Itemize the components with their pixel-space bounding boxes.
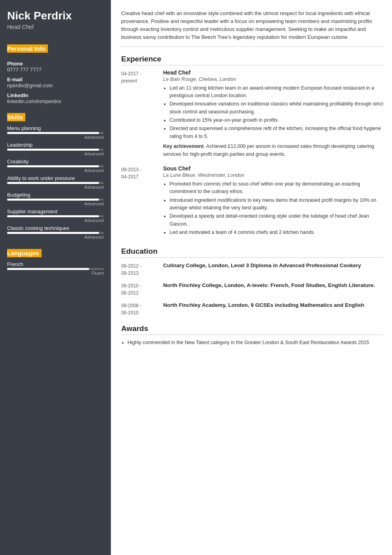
- exp-bullet: Led an 11 strong kitchen team in an awar…: [169, 84, 383, 100]
- candidate-title: Head Chef: [7, 24, 104, 30]
- skill-item: Ability to work under pressure Advanced: [7, 175, 104, 189]
- skill-level: Advanced: [7, 185, 104, 189]
- candidate-name: Nick Perdrix: [7, 10, 104, 22]
- edu-degree: North Finchley College, London, A-levels…: [163, 281, 383, 289]
- skill-name: Classic cooking techniques: [7, 225, 104, 231]
- edu-date: 08-2012 -08-2013: [121, 262, 157, 277]
- exp-date: 09-2013 -04-2017: [121, 165, 157, 239]
- skill-bar-fill: [7, 215, 99, 217]
- sidebar: Nick Perdrix Head Chef Personal Info Pho…: [0, 0, 111, 555]
- experience-section: Experience 04-2017 -present Head Chef Le…: [121, 55, 383, 239]
- skill-bar-fill: [7, 182, 99, 184]
- skill-level: Advanced: [7, 235, 104, 239]
- skill-bar-bg: [7, 132, 104, 134]
- skill-bar-fill: [7, 232, 99, 234]
- exp-company: La Lune Bleue, Westminster, London: [163, 172, 383, 178]
- award-item: Highly commended in the New Talent categ…: [127, 339, 383, 346]
- exp-date: 04-2017 -present: [121, 69, 157, 158]
- skill-level: Advanced: [7, 168, 104, 173]
- awards-section: Awards Highly commended in the New Talen…: [121, 324, 383, 346]
- experience-list: 04-2017 -present Head Chef Le Bain Rouge…: [121, 69, 383, 239]
- edu-date: 09-2008 -06-2010: [121, 301, 157, 316]
- experience-heading: Experience: [121, 55, 383, 65]
- skill-name: Supplier management: [7, 209, 104, 214]
- personal-info-block: Phone 0777 777 7777 E-mail nperdix@gmail…: [7, 61, 104, 104]
- education-item: 09-2010 -06-2012 North Finchley College,…: [121, 281, 383, 297]
- exp-bullet: Promoted from commis chef to sous chef w…: [169, 180, 383, 196]
- skill-item: Creativity Advanced: [7, 159, 104, 173]
- experience-item: 09-2013 -04-2017 Sous Chef La Lune Bleue…: [121, 165, 383, 239]
- skills-list: Menu planning Advanced Leadership Advanc…: [7, 125, 104, 239]
- language-item: French Fluent: [7, 261, 104, 276]
- exp-bullet: Contributed to 15% year-on-year growth i…: [169, 117, 383, 124]
- skill-name: Budgeting: [7, 192, 104, 198]
- exp-bullet: Led and motivated a team of 4 commis che…: [169, 229, 383, 236]
- skill-bar-fill: [7, 199, 99, 201]
- education-item: 08-2012 -08-2013 Culinary College, Londo…: [121, 262, 383, 277]
- awards-list: Highly commended in the New Talent categ…: [121, 339, 383, 346]
- edu-degree: North Finchley Academy, London, 9 GCSEs …: [163, 301, 383, 309]
- skill-item: Budgeting Advanced: [7, 192, 104, 206]
- skill-bar-fill: [7, 165, 99, 167]
- edu-content: Culinary College, London, Level 3 Diplom…: [163, 262, 383, 277]
- exp-company: Le Bain Rouge, Chelsea, London: [163, 77, 383, 82]
- skill-item: Classic cooking techniques Advanced: [7, 225, 104, 239]
- skill-bar-bg: [7, 199, 104, 201]
- main-content: Creative head chef with an innovative st…: [111, 0, 392, 555]
- summary: Creative head chef with an innovative st…: [121, 10, 383, 47]
- skill-level: Advanced: [7, 201, 104, 206]
- education-heading: Education: [121, 247, 383, 258]
- languages-list: French Fluent: [7, 261, 104, 276]
- linkedin-label: LinkedIn: [7, 92, 104, 98]
- exp-role: Sous Chef: [163, 165, 383, 172]
- personal-info-heading: Personal Info: [7, 44, 48, 53]
- skill-bar-bg: [7, 232, 104, 234]
- experience-item: 04-2017 -present Head Chef Le Bain Rouge…: [121, 69, 383, 158]
- exp-bullet: Developed a speedy and detail-oriented c…: [169, 212, 383, 228]
- exp-role: Head Chef: [163, 69, 383, 76]
- edu-degree: Culinary College, London, Level 3 Diplom…: [163, 262, 383, 270]
- lang-name: French: [7, 261, 104, 267]
- skill-level: Advanced: [7, 135, 104, 140]
- edu-content: North Finchley College, London, A-levels…: [163, 281, 383, 297]
- email-label: E-mail: [7, 77, 104, 82]
- edu-date: 09-2010 -06-2012: [121, 281, 157, 297]
- education-list: 08-2012 -08-2013 Culinary College, Londo…: [121, 262, 383, 316]
- exp-bullet: Introduced ingredient modifications to k…: [169, 197, 383, 212]
- skill-bar-bg: [7, 182, 104, 184]
- skill-name: Creativity: [7, 159, 104, 165]
- skill-item: Leadership Advanced: [7, 142, 104, 156]
- phone-value: 0777 777 7777: [7, 67, 104, 73]
- lang-bar-fill: [7, 268, 89, 270]
- exp-bullets: Promoted from commis chef to sous chef w…: [163, 180, 383, 237]
- exp-bullet: Directed and supervised a comprehensive …: [169, 125, 383, 140]
- key-achievement: Key achievement. Achieved £12,000 per an…: [163, 143, 383, 158]
- exp-bullet: Developed innovative variations on tradi…: [169, 100, 383, 116]
- skill-item: Menu planning Advanced: [7, 125, 104, 140]
- education-section: Education 08-2012 -08-2013 Culinary Coll…: [121, 247, 383, 316]
- exp-content: Head Chef Le Bain Rouge, Chelsea, London…: [163, 69, 383, 158]
- education-item: 09-2008 -06-2010 North Finchley Academy,…: [121, 301, 383, 316]
- lang-bar-bg: [7, 268, 104, 270]
- skill-bar-fill: [7, 132, 99, 134]
- skill-level: Advanced: [7, 151, 104, 156]
- edu-content: North Finchley Academy, London, 9 GCSEs …: [163, 301, 383, 316]
- skill-bar-bg: [7, 149, 104, 151]
- skill-level: Advanced: [7, 218, 104, 223]
- skill-bar-bg: [7, 165, 104, 167]
- skill-bar-fill: [7, 149, 99, 151]
- skill-name: Leadership: [7, 142, 104, 148]
- skills-heading: Skills: [7, 113, 25, 121]
- awards-heading: Awards: [121, 324, 383, 335]
- exp-content: Sous Chef La Lune Bleue, Westminster, Lo…: [163, 165, 383, 239]
- skill-item: Supplier management Advanced: [7, 209, 104, 223]
- phone-label: Phone: [7, 61, 104, 67]
- skill-name: Ability to work under pressure: [7, 175, 104, 181]
- linkedin-value: linkedin.com/in/nperdrix: [7, 98, 104, 104]
- languages-heading: Languages: [7, 249, 42, 257]
- exp-bullets: Led an 11 strong kitchen team in an awar…: [163, 84, 383, 141]
- skill-name: Menu planning: [7, 125, 104, 131]
- skill-bar-bg: [7, 215, 104, 217]
- lang-level: Fluent: [7, 271, 104, 276]
- email-value: nperdix@gmail.com: [7, 82, 104, 88]
